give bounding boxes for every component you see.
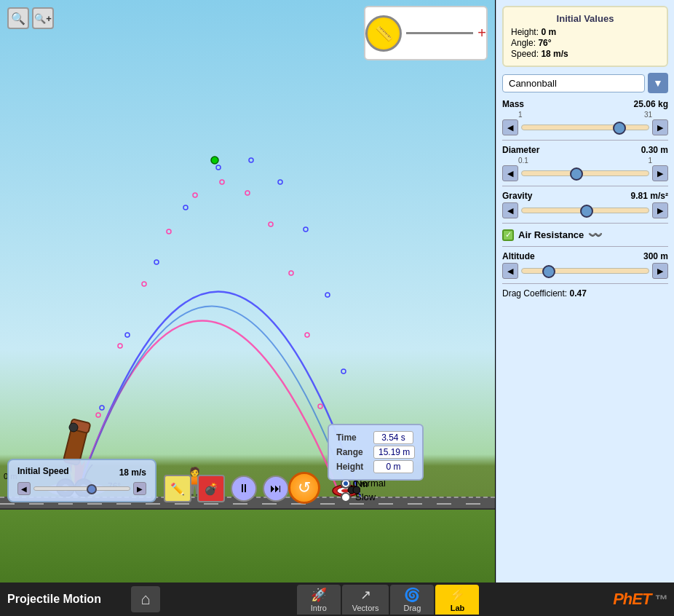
refresh-icon: ↺ xyxy=(298,478,311,497)
slow-speed-label: Slow xyxy=(355,491,376,502)
diameter-increase-button[interactable]: ▶ xyxy=(652,165,668,181)
diameter-slider-track[interactable] xyxy=(521,170,649,176)
iv-height-row: Height: 0 m xyxy=(511,27,659,37)
svg-point-9 xyxy=(341,369,346,374)
speed-control-label: Initial Speed xyxy=(17,466,69,476)
speed-control-value: 18 m/s xyxy=(119,467,146,478)
gravity-increase-button[interactable]: ▶ xyxy=(652,202,668,218)
tape-line xyxy=(406,32,473,34)
zoom-in-button[interactable]: 🔍+ xyxy=(32,7,54,29)
mass-slider-track[interactable] xyxy=(521,125,649,130)
altitude-slider-track[interactable] xyxy=(521,268,649,274)
tab-intro[interactable]: 🚀 Intro xyxy=(297,585,341,615)
diameter-min-label: 0.1 xyxy=(518,157,528,165)
initial-values-box: Initial Values Height: 0 m Angle: 76° Sp… xyxy=(502,6,668,67)
gravity-label-row: Gravity 9.81 m/s² xyxy=(502,191,668,201)
altitude-value: 300 m xyxy=(643,251,668,261)
svg-point-17 xyxy=(269,222,273,226)
speed-slider-track[interactable] xyxy=(33,486,130,491)
speed-slider-thumb[interactable] xyxy=(87,484,97,494)
left-arrow-icon: ◀ xyxy=(21,485,27,493)
diameter-label: Diameter xyxy=(502,145,539,155)
home-button[interactable]: ⌂ xyxy=(131,586,160,612)
object-select[interactable]: Cannonball Golf Ball Baseball xyxy=(502,74,645,92)
mass-slider-thumb[interactable] xyxy=(613,122,626,135)
simulation-area: 76° 🧍 🔍 🔍+ xyxy=(0,0,495,583)
zoom-out-icon: 🔍 xyxy=(11,12,25,25)
svg-point-14 xyxy=(193,193,197,197)
mass-decrease-button[interactable]: ◀ xyxy=(502,119,518,135)
drag-coefficient-value: 0.47 xyxy=(570,288,587,299)
diameter-value: 0.30 m xyxy=(641,145,668,155)
tab-lab[interactable]: ⚡ Lab xyxy=(435,585,479,615)
gravity-decrease-button[interactable]: ◀ xyxy=(502,202,518,218)
altitude-slider-thumb[interactable] xyxy=(542,265,555,278)
slow-speed-row[interactable]: Slow xyxy=(341,491,386,502)
bottom-nav-bar: Projectile Motion ⌂ 🚀 Intro ↗ Vectors 🌀 … xyxy=(0,583,674,616)
chevron-down-icon: ▼ xyxy=(653,77,663,89)
zoom-controls: 🔍 🔍+ xyxy=(7,7,54,29)
svg-point-12 xyxy=(142,282,146,286)
drag-tab-icon: 🌀 xyxy=(404,587,420,603)
altitude-increase-button[interactable]: ▶ xyxy=(652,263,668,279)
gravity-slider-row: ◀ ▶ xyxy=(502,202,668,218)
gravity-slider-track[interactable] xyxy=(521,208,649,213)
altitude-section: Altitude 300 m ◀ ▶ xyxy=(502,251,668,279)
svg-point-13 xyxy=(167,229,171,234)
air-resistance-checkbox[interactable]: ✓ xyxy=(502,229,514,241)
bomb-icon: 💣 xyxy=(204,482,218,496)
speed-increase-button[interactable]: ▶ xyxy=(133,482,146,495)
app-title: Projectile Motion xyxy=(7,593,116,606)
svg-point-11 xyxy=(118,344,122,348)
range-row: Range 15.19 m xyxy=(336,446,415,459)
air-resistance-icon: 〰️ xyxy=(588,228,603,242)
nav-tabs: 🚀 Intro ↗ Vectors 🌀 Drag ⚡ Lab xyxy=(163,585,613,615)
range-value: 15.19 m xyxy=(373,446,415,459)
speed-control: Initial Speed 18 m/s ◀ ▶ xyxy=(7,459,156,502)
eraser-icon: ✏️ xyxy=(170,482,185,496)
mass-increase-button[interactable]: ▶ xyxy=(652,119,668,135)
slow-speed-radio[interactable] xyxy=(341,492,351,502)
speed-decrease-button[interactable]: ◀ xyxy=(17,482,31,495)
range-label: Range xyxy=(336,447,369,457)
svg-point-4 xyxy=(216,165,221,170)
tab-vectors[interactable]: ↗ Vectors xyxy=(342,585,389,615)
refresh-button[interactable]: ↺ xyxy=(288,472,320,504)
altitude-slider-row: ◀ ▶ xyxy=(502,263,668,279)
air-resistance-row: ✓ Air Resistance 〰️ xyxy=(502,228,668,242)
lab-tab-label: Lab xyxy=(451,604,465,612)
bomb-button[interactable]: 💣 xyxy=(197,475,225,502)
gravity-slider-thumb[interactable] xyxy=(580,205,593,218)
diameter-slider-thumb[interactable] xyxy=(570,167,583,181)
right-arrow-icon: ▶ xyxy=(137,485,143,493)
vectors-tab-icon: ↗ xyxy=(360,587,371,603)
iv-speed-row: Speed: 18 m/s xyxy=(511,49,659,59)
svg-point-21 xyxy=(211,157,218,164)
mass-label: Mass xyxy=(502,99,524,109)
svg-point-19 xyxy=(305,333,309,337)
divider-3 xyxy=(502,223,668,224)
tape-measure-widget[interactable]: 📏 + xyxy=(364,6,488,60)
iv-angle-value: 76° xyxy=(538,38,551,48)
diameter-section: Diameter 0.30 m 0.1 1 ◀ ▶ xyxy=(502,145,668,181)
initial-values-title: Initial Values xyxy=(511,13,659,24)
svg-point-15 xyxy=(220,180,224,184)
zoom-out-button[interactable]: 🔍 xyxy=(7,7,29,29)
tape-end-marker: + xyxy=(477,25,486,42)
diameter-max-label: 1 xyxy=(648,157,652,165)
altitude-decrease-button[interactable]: ◀ xyxy=(502,263,518,279)
diameter-decrease-button[interactable]: ◀ xyxy=(502,165,518,181)
height-label: Height xyxy=(336,462,369,472)
mass-section: Mass 25.06 kg 1 31 ◀ ▶ xyxy=(502,99,668,135)
svg-point-3 xyxy=(183,205,188,210)
eraser-button[interactable]: ✏️ xyxy=(164,475,191,502)
pause-button[interactable]: ⏸ xyxy=(231,475,257,502)
pause-icon: ⏸ xyxy=(238,482,250,495)
intro-tab-icon: 🚀 xyxy=(311,587,327,603)
step-button[interactable]: ⏭ xyxy=(263,475,289,502)
altitude-label: Altitude xyxy=(502,251,535,261)
select-dropdown-button[interactable]: ▼ xyxy=(648,73,668,93)
tab-drag[interactable]: 🌀 Drag xyxy=(390,585,434,615)
grass-area xyxy=(0,510,495,583)
object-select-row: Cannonball Golf Ball Baseball ▼ xyxy=(502,73,668,93)
